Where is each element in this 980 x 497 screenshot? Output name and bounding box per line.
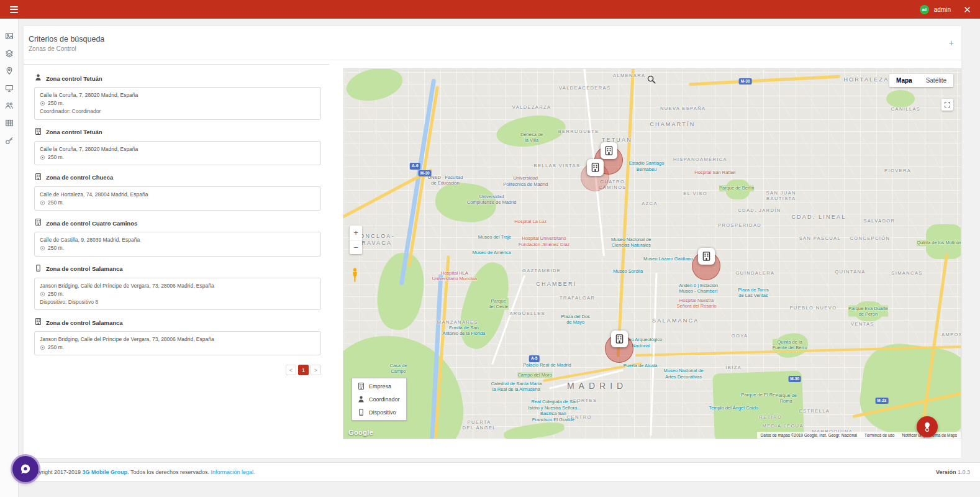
- page-title: Criterios de búsqueda: [29, 34, 104, 45]
- top-bar: ad admin: [0, 0, 980, 19]
- device-icon: [34, 263, 42, 275]
- pagination-prev-button[interactable]: <: [286, 365, 296, 375]
- devices-icon[interactable]: [4, 83, 15, 93]
- zone-extra: Dispositivo: Dispositivo 8: [40, 298, 315, 306]
- zones-icon[interactable]: [4, 48, 15, 58]
- hamburger-menu-icon[interactable]: [9, 4, 19, 16]
- coordinator-icon: [357, 395, 365, 403]
- version-number: 1.0.3: [958, 469, 970, 475]
- zone-item[interactable]: Zona control TetuánCalle la Coruña, 7, 2…: [34, 73, 321, 120]
- pagination-next-button[interactable]: >: [311, 365, 321, 375]
- legend-label: Empresa: [369, 383, 391, 390]
- legend-label: Dispositivo: [369, 409, 396, 416]
- zone-address: Janson Bridging, Calle del Príncipe de V…: [40, 335, 315, 344]
- map-type-control: Mapa Satélite: [889, 74, 953, 87]
- street-view-pegman-icon[interactable]: [351, 268, 359, 285]
- zone-details: Calle de Castilla, 9, 28039 Madrid, Espa…: [34, 232, 321, 256]
- main-panel: Criterios de búsqueda Zonas de Control +…: [24, 26, 961, 458]
- zoom-control: + −: [350, 226, 362, 254]
- zone-title: Zona de control Salamanca: [46, 265, 123, 272]
- zone-details: Janson Bridging, Calle del Príncipe de V…: [34, 331, 321, 355]
- map-legend: EmpresaCoordinadorDispositivo: [352, 378, 407, 421]
- add-zone-fab-button[interactable]: [917, 416, 938, 437]
- reports-icon[interactable]: [4, 118, 15, 128]
- google-logo: Google: [348, 429, 373, 436]
- company-link[interactable]: 3G Mobile Group: [83, 469, 128, 475]
- zone-extra: Coordinador: Coordinador: [40, 107, 315, 116]
- legend-item: Empresa: [357, 382, 400, 390]
- copyright-suffix: . Todos los derechos reservados.: [127, 469, 211, 475]
- locations-icon[interactable]: [4, 66, 15, 76]
- zone-item[interactable]: Zona de control Cuatro CaminosCalle de C…: [34, 217, 321, 256]
- user-name[interactable]: admin: [934, 6, 951, 13]
- map-data-attribution: Datos de mapas ©2019 Google, Inst. Geogr…: [761, 433, 857, 437]
- chat-bubble-icon: [19, 463, 32, 475]
- zoom-out-button[interactable]: −: [350, 240, 362, 254]
- icon-sidebar: [0, 19, 19, 497]
- map-markers-layer: [343, 69, 961, 439]
- zone-radius: 250 m.: [48, 244, 64, 252]
- page-subtitle: Zonas de Control: [29, 45, 104, 52]
- zone-address: Calle la Coruña, 7, 28020 Madrid, España: [40, 145, 315, 153]
- coordinator-icon: [34, 73, 42, 84]
- zones-list: Zona control TetuánCalle la Coruña, 7, 2…: [24, 73, 329, 355]
- map-type-satellite-button[interactable]: Satélite: [919, 74, 953, 87]
- company-icon: [34, 317, 42, 328]
- company-icon: [34, 172, 42, 183]
- zone-radius: 250 m.: [48, 99, 64, 107]
- legend-item: Coordinador: [357, 395, 400, 403]
- legend-rows: EmpresaCoordinadorDispositivo: [357, 382, 400, 416]
- zoom-in-button[interactable]: +: [350, 226, 362, 240]
- pagination-page-1-button[interactable]: 1: [298, 365, 309, 375]
- company-marker-icon: [698, 248, 715, 265]
- map-canvas[interactable]: ALMENARAVALDEACEDERASVALDEZARZANUEVA ESP…: [343, 68, 961, 439]
- legal-link[interactable]: Información legal.: [211, 469, 255, 475]
- zone-title: Zona de control Cuatro Caminos: [46, 220, 137, 227]
- zone-details: Calle la Coruña, 7, 28020 Madrid, España…: [34, 87, 321, 120]
- zone-radius: 250 m.: [48, 199, 64, 207]
- collapse-panel-button[interactable]: +: [949, 39, 954, 47]
- user-avatar[interactable]: ad: [920, 5, 929, 14]
- permissions-icon[interactable]: [4, 135, 15, 145]
- radius-icon: [40, 101, 45, 106]
- zone-details: Calle de Hortaleza, 74, 28004 Madrid, Es…: [34, 186, 321, 211]
- zone-title: Zona de control Chueca: [46, 174, 113, 181]
- legend-item: Dispositivo: [357, 408, 400, 416]
- company-marker-icon: [611, 331, 628, 347]
- pagination: < 1 >: [24, 365, 321, 375]
- zone-radius: 250 m.: [48, 290, 64, 298]
- app-window: ad admin Criterios de búsqueda Zonas de …: [0, 0, 980, 497]
- zone-item[interactable]: Zona de control SalamancaJanson Bridging…: [34, 263, 321, 311]
- company-icon: [357, 382, 365, 390]
- version-label: Versión: [936, 469, 958, 475]
- company-marker-icon: [587, 159, 604, 176]
- map-search-icon[interactable]: [647, 75, 656, 87]
- users-icon[interactable]: [4, 101, 15, 111]
- dashboard-map-icon[interactable]: [4, 31, 15, 41]
- map-type-map-button[interactable]: Mapa: [889, 74, 919, 87]
- zone-address: Janson Bridging, Calle del Príncipe de V…: [40, 282, 315, 290]
- zone-item[interactable]: Zona de control SalamancaJanson Bridging…: [34, 317, 321, 355]
- panel-body: Zona control TetuánCalle la Coruña, 7, 2…: [24, 60, 961, 458]
- company-marker-icon: [601, 142, 617, 159]
- fullscreen-button[interactable]: [941, 99, 953, 111]
- zone-title: Zona de control Salamanca: [46, 319, 123, 326]
- user-menu[interactable]: ad admin: [920, 5, 971, 14]
- zone-radius: 250 m.: [48, 344, 64, 352]
- device-icon: [357, 408, 365, 416]
- zone-details: Janson Bridging, Calle del Príncipe de V…: [34, 278, 321, 311]
- zone-address: Calle de Castilla, 9, 28039 Madrid, Espa…: [40, 236, 315, 244]
- zone-item[interactable]: Zona de control ChuecaCalle de Hortaleza…: [34, 172, 321, 211]
- attribution-link[interactable]: Términos de uso: [864, 433, 894, 437]
- footer: Copyright 2017-2019 3G Mobile Group. Tod…: [19, 462, 980, 481]
- radius-icon: [40, 245, 45, 251]
- radius-icon: [40, 345, 45, 350]
- company-icon: [34, 217, 42, 229]
- legend-label: Coordinador: [369, 396, 400, 403]
- chat-widget-button[interactable]: [12, 456, 39, 482]
- zone-item[interactable]: Zona control TetuánCalle la Coruña, 7, 2…: [34, 127, 321, 165]
- company-icon: [34, 127, 42, 138]
- radius-icon: [40, 291, 45, 297]
- copyright-text: Copyright 2017-2019 3G Mobile Group. Tod…: [29, 469, 255, 475]
- tools-exit-icon[interactable]: [963, 6, 971, 14]
